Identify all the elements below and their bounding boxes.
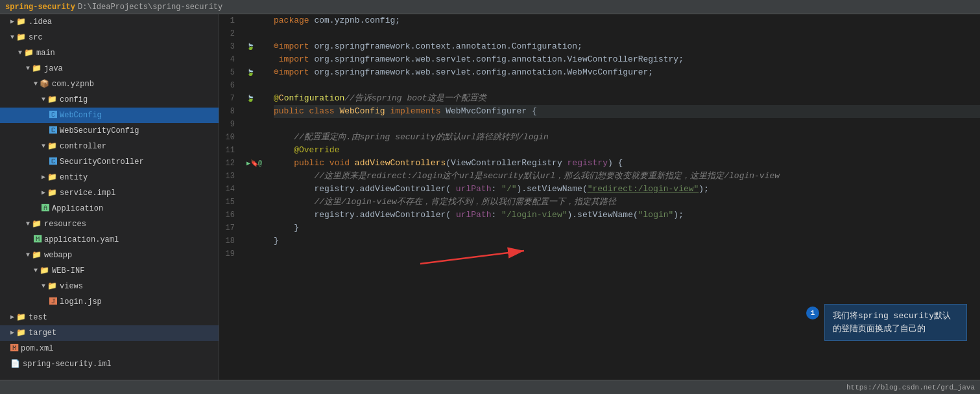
line-numbers: 1 2 3 4 5 6 7 8 9 10 11 12 13 14 15 16 1…	[219, 14, 245, 380]
gutter-9	[246, 118, 271, 131]
sidebar-item-controller[interactable]: 📁 controller	[0, 139, 219, 154]
ln-4: 4	[219, 53, 240, 66]
sidebar-item-websecurityconfig[interactable]: 🅲 WebSecurityConfig	[0, 123, 219, 139]
ln-18: 18	[219, 235, 240, 248]
sidebar-item-label: controller	[60, 140, 106, 153]
sidebar-item-label: src	[29, 31, 43, 44]
bookmark-icon[interactable]: 🔖	[250, 159, 258, 167]
ln-2: 2	[219, 27, 240, 40]
sidebar-item-appyaml[interactable]: 🅼 application.yaml	[0, 232, 219, 248]
sidebar-item-label: WebSecurityConfig	[60, 124, 139, 137]
sidebar-item-label: entity	[60, 171, 88, 184]
folder-icon: 📁	[47, 93, 57, 106]
gutter-1	[246, 14, 271, 27]
sidebar-item-iml[interactable]: 📄 spring-security.iml	[0, 356, 219, 372]
gutter-15	[246, 196, 271, 209]
spring-icon: 🍃	[246, 69, 254, 76]
arrow-icon	[26, 218, 30, 231]
sidebar-item-main[interactable]: 📁 main	[0, 45, 219, 61]
ln-5: 5	[219, 66, 240, 79]
gutter-14	[246, 183, 271, 196]
sidebar-item-loginjsp[interactable]: 🅹 login.jsp	[0, 294, 219, 310]
gutter-12[interactable]: ▶ 🔖 @	[246, 157, 271, 170]
gutter-16	[246, 209, 271, 222]
code-line-11: @Override	[274, 144, 980, 157]
code-line-17: }	[274, 222, 980, 235]
folder-icon: 📁	[47, 187, 57, 200]
sidebar-item-views[interactable]: 📁 views	[0, 279, 219, 294]
sidebar-item-pomxml[interactable]: 🅼 pom.xml	[0, 341, 219, 356]
sidebar-item-label: login.jsp	[60, 296, 102, 308]
sidebar-item-java[interactable]: 📁 java	[0, 61, 219, 76]
code-line-5: ⊖import org.springframework.web.servlet.…	[274, 66, 980, 79]
sidebar-item-application[interactable]: 🅰 Application	[0, 201, 219, 216]
code-line-4: import org.springframework.web.servlet.c…	[274, 53, 980, 66]
status-url[interactable]: https://blog.csdn.net/grd_java	[846, 384, 975, 391]
sidebar-item-webinf[interactable]: 📁 WEB-INF	[0, 263, 219, 279]
sidebar-item-config[interactable]: 📁 config	[0, 92, 219, 108]
folder-icon: 📁	[24, 47, 34, 60]
java-file-icon: 🅲	[49, 109, 57, 122]
sidebar-item-label: spring-security.iml	[23, 358, 112, 371]
gutter-3: 🍃	[246, 40, 271, 53]
code-line-15: //这里/login-view不存在，肯定找不到，所以我们需要配置一下，指定其路…	[274, 196, 980, 209]
arrow-icon	[42, 140, 45, 153]
sidebar-item-package[interactable]: 📦 com.yzpnb	[0, 76, 219, 92]
gutter-19	[246, 248, 271, 261]
sidebar-item-idea[interactable]: 📁 .idea	[0, 14, 219, 30]
folder-icon: 📁	[16, 311, 26, 324]
folder-icon: 📁	[47, 140, 57, 153]
ln-13: 13	[219, 170, 240, 183]
sidebar-item-label: main	[36, 47, 55, 60]
ln-3: 3	[219, 40, 240, 53]
sidebar-item-label: com.yzpnb	[52, 78, 94, 91]
sidebar-item-src[interactable]: 📁 src	[0, 30, 219, 45]
folder-icon: 📁	[16, 16, 26, 29]
ln-7: 7	[219, 92, 240, 105]
ln-6: 6	[219, 79, 240, 92]
folder-icon: 📦	[40, 78, 49, 91]
ln-12: 12	[219, 157, 240, 170]
code-line-12: public void addViewControllers(ViewContr…	[274, 157, 980, 170]
sidebar-item-webapp[interactable]: 📁 webapp	[0, 248, 219, 263]
gutter-5: 🍃	[246, 66, 271, 79]
sidebar-item-securitycontroller[interactable]: 🅲 SecurityController	[0, 154, 219, 170]
yaml-file-icon: 🅼	[34, 233, 42, 246]
java-file-icon: 🅲	[49, 124, 57, 137]
arrow-icon	[26, 249, 30, 262]
gutter-2	[246, 27, 271, 40]
code-line-16: registry.addViewController( urlPath: "/l…	[274, 209, 980, 222]
java-app-icon: 🅰	[42, 202, 49, 215]
sidebar-item-label: service.impl	[60, 187, 115, 200]
folder-icon: 📁	[16, 31, 26, 44]
sidebar-item-target[interactable]: 📁 target	[0, 325, 219, 341]
ln-17: 17	[219, 222, 240, 235]
sidebar-item-resources[interactable]: 📁 resources	[0, 216, 219, 232]
ln-9: 9	[219, 118, 240, 131]
sidebar-item-label: resources	[44, 218, 86, 231]
callout-number: 1	[806, 307, 819, 319]
code-editor[interactable]: 1 2 3 4 5 6 7 8 9 10 11 12 13 14 15 16 1…	[219, 14, 980, 380]
arrow-icon	[10, 327, 14, 340]
gutter-17	[246, 222, 271, 235]
sidebar-item-label: .idea	[29, 16, 52, 29]
ln-15: 15	[219, 196, 240, 209]
code-line-10: //配置重定向.由spring security的默认url路径跳转到/logi…	[274, 131, 980, 144]
ln-19: 19	[219, 248, 240, 261]
sidebar-item-serviceimpl[interactable]: 📁 service.impl	[0, 185, 219, 201]
gutter-18	[246, 235, 271, 248]
gutter-7: 🍃	[246, 92, 271, 105]
code-line-9	[274, 118, 980, 131]
code-line-13: //这里原来是redirect:/login这个url是security默认ur…	[274, 170, 980, 183]
sidebar-item-label: target	[29, 327, 56, 340]
sidebar-item-label: webapp	[44, 249, 72, 262]
code-line-1: package com.yzpnb.config;	[274, 14, 980, 27]
java-file-icon: 🅲	[49, 156, 57, 168]
callout-text: 我们将spring security默认的登陆页面换成了自己的	[824, 304, 967, 341]
sidebar-item-test[interactable]: 📁 test	[0, 310, 219, 325]
sidebar-item-entity[interactable]: 📁 entity	[0, 170, 219, 185]
arrow-icon	[18, 47, 22, 60]
sidebar-item-webconfig[interactable]: 🅲 WebConfig	[0, 108, 219, 123]
ln-1: 1	[219, 14, 240, 27]
sidebar: 📁 .idea 📁 src 📁 main 📁 java 📦 com.yzpnb …	[0, 14, 219, 380]
